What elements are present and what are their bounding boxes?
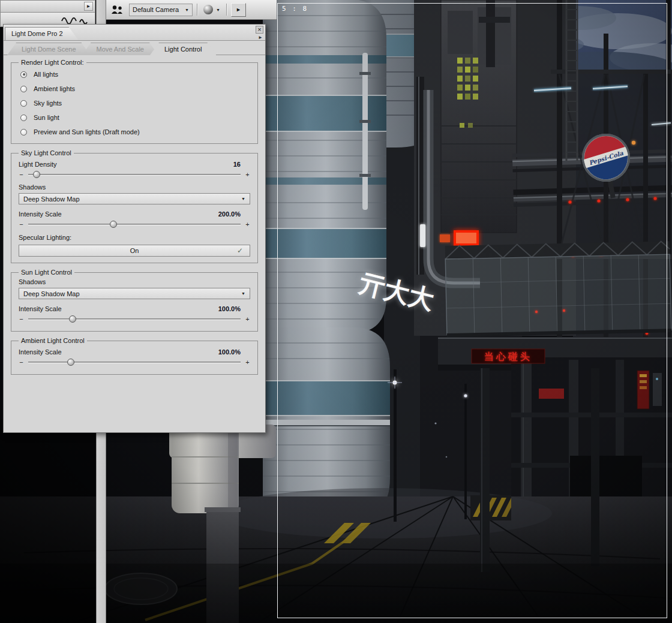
camera-toolbar: Default Camera ▼ ▼ ► bbox=[106, 0, 277, 20]
panel-body: Render Light Control: All lights Ambient… bbox=[4, 55, 265, 375]
radio-icon[interactable] bbox=[20, 129, 27, 136]
light-density-slider[interactable]: − + bbox=[17, 169, 251, 182]
intensity-scale-label: Intensity Scale bbox=[19, 210, 62, 218]
specular-lighting-label: Specular Lighting: bbox=[17, 232, 251, 243]
radio-row-ambient-lights[interactable]: Ambient lights bbox=[17, 82, 251, 96]
radio-label: All lights bbox=[34, 71, 58, 78]
slider-track[interactable] bbox=[28, 224, 241, 225]
aspect-ratio-label: 5 : 8 bbox=[282, 5, 308, 13]
camera-group-button[interactable] bbox=[110, 4, 125, 16]
chevron-down-icon: ▼ bbox=[241, 197, 245, 201]
intensity-scale-value: 100.0% bbox=[218, 348, 250, 356]
radio-label: Preview and Sun lights (Draft mode) bbox=[34, 128, 140, 136]
light-dome-pro-panel: Light Dome Pro 2 × ► Light Dome Scene Mo… bbox=[3, 24, 266, 433]
specular-on-value: On bbox=[130, 247, 139, 254]
slider-thumb[interactable] bbox=[33, 171, 40, 178]
radio-label: Ambient lights bbox=[34, 85, 75, 92]
intensity-scale-value: 100.0% bbox=[218, 305, 250, 312]
panel-titlebar[interactable]: Light Dome Pro 2 × ► bbox=[4, 25, 265, 41]
chevron-down-icon: ▼ bbox=[241, 291, 245, 296]
minus-icon[interactable]: − bbox=[19, 171, 24, 178]
camera-selector[interactable]: Default Camera ▼ bbox=[129, 4, 193, 16]
pen-tool-icon[interactable] bbox=[61, 14, 88, 25]
chevron-down-icon: ▼ bbox=[216, 8, 220, 12]
drawstyle-selector[interactable]: ▼ bbox=[202, 4, 222, 16]
group-legend: Sky Light Control bbox=[19, 149, 74, 156]
chevron-down-icon: ▼ bbox=[185, 8, 189, 12]
tab-move-and-scale[interactable]: Move And Scale bbox=[82, 43, 159, 55]
plus-icon[interactable]: + bbox=[245, 359, 250, 366]
sky-light-control-group: Sky Light Control Light Density 16 − + S… bbox=[11, 149, 258, 263]
panel-tabs: Light Dome Scene Move And Scale Light Co… bbox=[4, 43, 265, 55]
group-legend: Render Light Control: bbox=[19, 59, 86, 66]
play-icon: ► bbox=[236, 7, 241, 13]
radio-label: Sun light bbox=[34, 114, 59, 121]
group-legend: Ambient Light Control bbox=[19, 337, 87, 344]
plus-icon[interactable]: + bbox=[245, 221, 250, 228]
tab-light-control[interactable]: Light Control bbox=[150, 43, 216, 55]
toolbar-separator bbox=[197, 4, 197, 16]
panel-title: Light Dome Pro 2 bbox=[5, 27, 79, 40]
radio-icon[interactable] bbox=[20, 71, 27, 78]
minus-icon[interactable]: − bbox=[19, 315, 24, 323]
render-light-control-group: Render Light Control: All lights Ambient… bbox=[11, 59, 258, 144]
collapsed-toolbar-1: ► bbox=[0, 0, 95, 13]
toolbar-expand-button-1[interactable]: ► bbox=[84, 2, 93, 11]
specular-on-button[interactable]: On ✓ bbox=[19, 245, 250, 257]
sky-shadows-dropdown[interactable]: Deep Shadow Map ▼ bbox=[19, 193, 250, 204]
radio-icon[interactable] bbox=[20, 86, 27, 92]
light-density-value: 16 bbox=[233, 161, 250, 168]
ambient-intensity-slider[interactable]: − + bbox=[17, 357, 251, 370]
sky-intensity-slider[interactable]: − + bbox=[17, 219, 251, 232]
shadows-label: Shadows bbox=[17, 277, 251, 287]
radio-row-all-lights[interactable]: All lights bbox=[17, 67, 251, 82]
dropdown-value: Deep Shadow Map bbox=[23, 290, 241, 297]
toolbar-separator bbox=[226, 4, 227, 16]
slider-track[interactable] bbox=[28, 318, 241, 320]
slider-track[interactable] bbox=[28, 362, 241, 363]
close-icon[interactable]: × bbox=[256, 26, 263, 34]
radio-row-preview-draft[interactable]: Preview and Sun lights (Draft mode) bbox=[17, 125, 251, 139]
light-density-label: Light Density bbox=[19, 161, 57, 168]
camera-selector-label: Default Camera bbox=[133, 6, 185, 13]
check-icon: ✓ bbox=[237, 246, 243, 255]
minus-icon[interactable]: − bbox=[19, 359, 24, 366]
radio-label: Sky lights bbox=[34, 100, 62, 107]
minus-icon[interactable]: − bbox=[19, 221, 24, 228]
slider-thumb[interactable] bbox=[110, 221, 117, 228]
slider-track[interactable] bbox=[28, 174, 241, 176]
radio-icon[interactable] bbox=[20, 115, 27, 121]
sun-intensity-slider[interactable]: − + bbox=[17, 314, 251, 327]
drawstyle-sphere-icon bbox=[203, 5, 213, 14]
dropdown-value: Deep Shadow Map bbox=[23, 195, 241, 203]
expand-arrow-icon: ► bbox=[86, 4, 91, 9]
sun-light-control-group: Sun Light Control Shadows Deep Shadow Ma… bbox=[11, 269, 258, 332]
slider-thumb[interactable] bbox=[67, 359, 74, 366]
panel-detach-icon[interactable]: ► bbox=[258, 35, 263, 40]
sun-shadows-dropdown[interactable]: Deep Shadow Map ▼ bbox=[19, 288, 250, 299]
slider-thumb[interactable] bbox=[69, 315, 76, 323]
plus-icon[interactable]: + bbox=[245, 315, 250, 323]
plus-icon[interactable]: + bbox=[245, 171, 250, 178]
intensity-scale-value: 200.0% bbox=[218, 210, 250, 218]
group-legend: Sun Light Control bbox=[19, 269, 74, 276]
render-play-button[interactable]: ► bbox=[231, 3, 246, 17]
tab-light-dome-scene[interactable]: Light Dome Scene bbox=[7, 43, 91, 55]
radio-row-sky-lights[interactable]: Sky lights bbox=[17, 96, 251, 110]
intensity-scale-label: Intensity Scale bbox=[19, 348, 62, 356]
radio-icon[interactable] bbox=[20, 100, 27, 107]
app-window: Pepsi-Cola bbox=[0, 0, 672, 623]
radio-row-sun-light[interactable]: Sun light bbox=[17, 110, 251, 125]
camera-group-icon bbox=[111, 5, 124, 15]
intensity-scale-label: Intensity Scale bbox=[19, 305, 62, 312]
ambient-light-control-group: Ambient Light Control Intensity Scale 10… bbox=[11, 337, 258, 375]
shadows-label: Shadows bbox=[17, 182, 251, 192]
